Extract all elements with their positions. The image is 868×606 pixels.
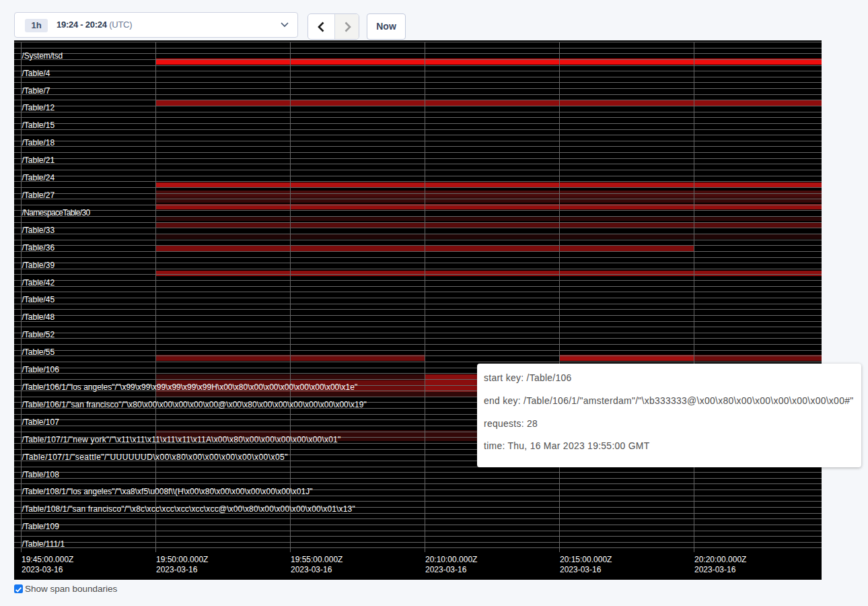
svg-text:/Table/106/1/"san francisco"/": /Table/106/1/"san francisco"/"\x80\x00\x… — [22, 400, 367, 409]
svg-text:20:10:00.000Z: 20:10:00.000Z — [425, 555, 477, 564]
svg-text:/Table/106/1/"los angeles"/"\x: /Table/106/1/"los angeles"/"\x99\x99\x99… — [22, 382, 358, 392]
svg-text:/NamespaceTable/30: /NamespaceTable/30 — [22, 208, 91, 217]
svg-text:/Table/52: /Table/52 — [22, 330, 55, 339]
svg-text:/Table/107/1/"new york"/"\x11\: /Table/107/1/"new york"/"\x11\x11\x11\x1… — [22, 435, 341, 444]
svg-text:/Table/18: /Table/18 — [22, 138, 55, 147]
svg-text:/Table/108/1/"san francisco"/": /Table/108/1/"san francisco"/"\x8c\xcc\x… — [22, 504, 355, 514]
svg-text:/Table/107/1/"seattle"/"UUUUUU: /Table/107/1/"seattle"/"UUUUUUD\x00\x80\… — [22, 452, 288, 462]
svg-text:/Table/27: /Table/27 — [22, 191, 55, 200]
svg-text:19:45:00.000Z: 19:45:00.000Z — [22, 555, 73, 564]
svg-text:20:15:00.000Z: 20:15:00.000Z — [560, 555, 612, 564]
svg-text:/Table/36: /Table/36 — [22, 243, 55, 252]
svg-text:2023-03-16: 2023-03-16 — [425, 565, 467, 574]
svg-text:/Table/33: /Table/33 — [22, 226, 55, 235]
svg-text:20:20:00.000Z: 20:20:00.000Z — [694, 555, 746, 564]
svg-text:/Table/15: /Table/15 — [22, 121, 55, 130]
svg-text:/Table/109: /Table/109 — [22, 522, 60, 531]
svg-text:/Table/21: /Table/21 — [22, 156, 55, 165]
svg-text:19:55:00.000Z: 19:55:00.000Z — [291, 555, 342, 564]
svg-text:/Table/108/1/"los angeles"/"\x: /Table/108/1/"los angeles"/"\xa8\xf5\u00… — [22, 487, 313, 496]
svg-text:/System/tsd: /System/tsd — [22, 51, 63, 61]
svg-text:2023-03-16: 2023-03-16 — [156, 565, 198, 574]
svg-text:/Table/24: /Table/24 — [22, 173, 55, 182]
svg-text:/Table/107: /Table/107 — [22, 417, 60, 427]
svg-text:19:50:00.000Z: 19:50:00.000Z — [156, 555, 208, 564]
svg-text:/Table/106: /Table/106 — [22, 365, 60, 374]
svg-text:/Table/39: /Table/39 — [22, 261, 55, 270]
svg-text:/Table/7: /Table/7 — [22, 86, 50, 96]
svg-text:2023-03-16: 2023-03-16 — [291, 565, 332, 574]
svg-text:/Table/48: /Table/48 — [22, 312, 55, 322]
svg-text:2023-03-16: 2023-03-16 — [560, 565, 602, 574]
svg-text:/Table/42: /Table/42 — [22, 278, 55, 288]
svg-text:/Table/12: /Table/12 — [22, 103, 55, 112]
svg-text:/Table/4: /Table/4 — [22, 69, 50, 78]
svg-text:2023-03-16: 2023-03-16 — [694, 565, 736, 574]
svg-text:/Table/45: /Table/45 — [22, 295, 55, 304]
svg-text:/Table/108: /Table/108 — [22, 470, 60, 479]
svg-text:2023-03-16: 2023-03-16 — [22, 565, 63, 574]
svg-text:/Table/55: /Table/55 — [22, 347, 55, 357]
svg-text:/Table/111/1: /Table/111/1 — [22, 539, 65, 549]
